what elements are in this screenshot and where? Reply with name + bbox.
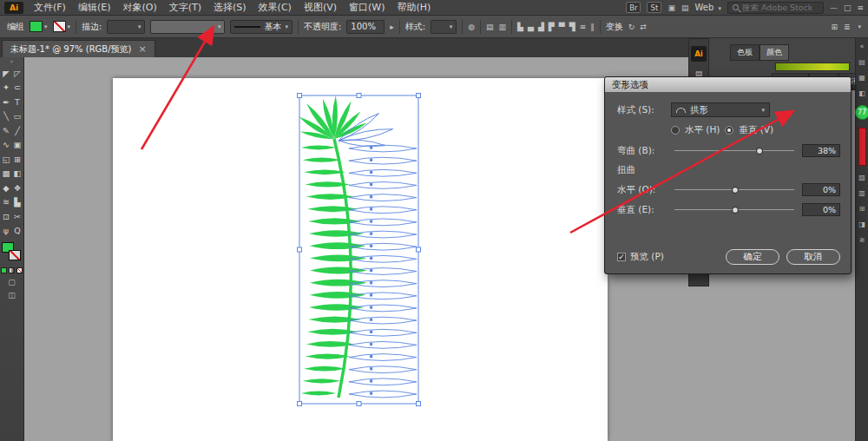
close-icon[interactable]: × — [138, 43, 146, 55]
magic-wand-tool[interactable]: ✦ — [1, 81, 12, 95]
stroke-indicator[interactable] — [9, 250, 21, 260]
fill-swatch[interactable] — [30, 21, 43, 32]
warp-style-dropdown[interactable]: 拱形 ▾ — [671, 102, 770, 117]
align-middle-icon[interactable]: ▀ — [559, 23, 565, 31]
stroke-weight-select[interactable]: ▾ — [107, 20, 145, 34]
menu-edit[interactable]: 编辑(E) — [72, 2, 117, 13]
shape-builder-tool[interactable]: ◱ — [1, 152, 12, 167]
symbol-sprayer-tool[interactable]: ≋ — [1, 195, 12, 210]
collapse-panels-icon[interactable]: « — [860, 43, 865, 50]
distort-v-thumb[interactable] — [732, 207, 739, 214]
menu-view[interactable]: 视图(V) — [298, 2, 343, 13]
artboards-panel-icon[interactable]: ⊞ — [859, 205, 865, 213]
symbol-panel-icon[interactable]: ≋ — [859, 236, 865, 244]
app-menu-icon[interactable]: ≡ — [857, 3, 864, 12]
lasso-tool[interactable]: ⊂ — [12, 81, 23, 95]
blend-tool[interactable]: ❖ — [12, 181, 23, 195]
minimize-icon[interactable]: — — [830, 3, 838, 12]
menu-effect[interactable]: 效果(C) — [253, 2, 298, 13]
appearance-panel-icon[interactable]: ▨ — [858, 174, 865, 181]
perspective-grid-tool[interactable]: ⊞ — [12, 152, 23, 167]
preview-checkbox[interactable] — [617, 253, 626, 261]
distort-h-thumb[interactable] — [732, 187, 739, 194]
tab-color[interactable]: 颜色 — [760, 44, 789, 61]
swatch-libraries-icon[interactable]: ▦ — [858, 74, 865, 82]
align-right-icon[interactable]: ▟ — [538, 23, 544, 31]
color-spectrum-bar[interactable] — [775, 63, 850, 71]
bend-value[interactable]: 38% — [802, 144, 840, 157]
workspace-grid-icon[interactable]: ⊞ — [831, 23, 838, 31]
distribute-vertical-icon[interactable]: ≡ — [580, 23, 587, 31]
ai-panel-icon[interactable]: Ai — [691, 46, 707, 62]
distort-h-value[interactable]: 0% — [802, 183, 840, 196]
restore-icon[interactable]: □ — [844, 3, 852, 12]
pen-tool[interactable]: ✒ — [1, 95, 12, 109]
opacity-flyout-icon[interactable]: ▸ — [390, 23, 394, 31]
search-input[interactable] — [742, 3, 819, 12]
type-tool[interactable]: T — [12, 95, 23, 109]
toolbar-collapse-icon[interactable]: » — [10, 57, 13, 66]
cancel-button[interactable]: 取消 — [786, 249, 840, 265]
opacity-input[interactable]: 100% — [346, 20, 385, 34]
distort-v-value[interactable]: 0% — [802, 203, 840, 216]
line-tool[interactable]: ╲ — [1, 109, 12, 124]
zoom-tool[interactable]: Q — [12, 224, 23, 239]
align-left-icon[interactable]: ▙ — [517, 23, 523, 31]
menu-file[interactable]: 文件(F) — [28, 2, 72, 13]
distort-h-slider[interactable] — [674, 184, 794, 195]
workspace-switcher[interactable]: Web ▾ — [694, 3, 721, 12]
rectangle-tool[interactable]: ▭ — [12, 109, 23, 124]
bend-slider-thumb[interactable] — [756, 148, 763, 155]
hand-tool[interactable]: ψ — [1, 224, 12, 239]
document-setup-icon[interactable]: ▤ — [486, 23, 494, 31]
arrange-documents-icon[interactable]: ▤ — [681, 3, 689, 12]
stroke-color-control[interactable]: ▾ — [53, 21, 71, 32]
horizontal-radio[interactable] — [671, 126, 680, 135]
menu-window[interactable]: 窗口(W) — [343, 2, 391, 13]
menu-object[interactable]: 对象(O) — [116, 2, 162, 13]
gradient-button[interactable] — [9, 267, 15, 273]
slice-tool[interactable]: ✂ — [12, 209, 23, 224]
stroke-swatch[interactable] — [53, 21, 66, 32]
bend-slider[interactable] — [674, 145, 794, 156]
selection-tool[interactable]: ◤ — [1, 66, 12, 81]
screen-mode-icon[interactable]: ◫ — [8, 291, 16, 299]
vertical-radio[interactable] — [725, 126, 733, 135]
tab-swatches[interactable]: 色板 — [730, 44, 760, 61]
app-logo[interactable]: Ai — [4, 2, 23, 14]
bridge-icon[interactable]: Br — [626, 2, 641, 13]
align-top-icon[interactable]: ▛ — [549, 23, 555, 31]
fill-color-control[interactable]: ▾ — [30, 21, 48, 32]
gradient-tool[interactable]: ◧ — [12, 167, 23, 181]
preferences-icon[interactable]: ▥ — [499, 23, 507, 31]
layers-panel-icon[interactable]: ▥ — [858, 189, 865, 197]
stroke-panel-icon[interactable]: ◨ — [858, 220, 865, 228]
width-tool[interactable]: ∿ — [1, 138, 12, 153]
distort-v-slider[interactable] — [674, 204, 794, 215]
menu-help[interactable]: 帮助(H) — [391, 2, 437, 13]
recolor-artwork-icon[interactable]: ◍ — [468, 23, 475, 31]
graphic-style-select[interactable]: ▾ — [431, 20, 457, 34]
width-profile-select[interactable]: ▾ — [150, 20, 225, 34]
color-panel-icon[interactable]: ▤ — [858, 58, 865, 66]
dialog-titlebar[interactable]: 变形选项 — [605, 77, 851, 92]
stock-icon[interactable]: St — [647, 2, 661, 13]
rotate-icon[interactable]: ↻ — [628, 23, 635, 31]
color-button[interactable] — [1, 267, 7, 273]
distribute-horizontal-icon[interactable]: ∥ — [590, 23, 595, 31]
menu-type[interactable]: 文字(T) — [163, 2, 207, 13]
direct-selection-tool[interactable]: ◸ — [12, 66, 23, 81]
menu-select[interactable]: 选择(S) — [207, 2, 253, 13]
align-center-icon[interactable]: ▄ — [528, 23, 534, 31]
layout-icon[interactable]: ▣ — [667, 3, 675, 12]
none-button[interactable] — [16, 267, 23, 273]
panel-menu-icon[interactable]: ≣ — [844, 23, 851, 31]
swap-icon[interactable]: ⇄ — [640, 23, 647, 31]
transform-label[interactable]: 变换 — [606, 21, 623, 33]
mesh-tool[interactable]: ▦ — [1, 167, 12, 181]
draw-mode-icon[interactable]: ▢ — [8, 278, 16, 286]
red-color-bar[interactable] — [858, 128, 866, 166]
align-bottom-icon[interactable]: ▜ — [569, 23, 575, 31]
eyedropper-tool[interactable]: ◆ — [1, 181, 12, 195]
free-transform-tool[interactable]: ▣ — [12, 138, 23, 153]
